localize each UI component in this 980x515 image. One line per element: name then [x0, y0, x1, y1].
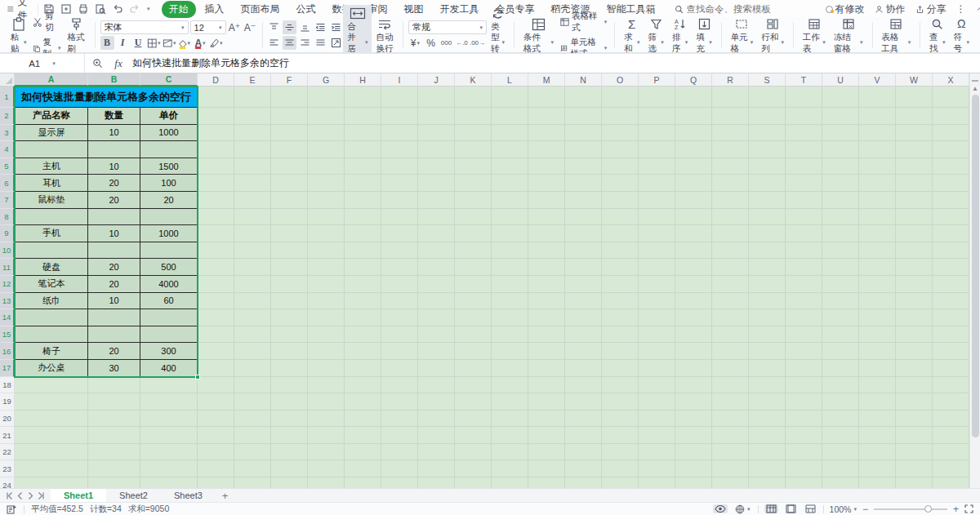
cell-D8[interactable] [198, 209, 234, 226]
print-preview-icon[interactable] [95, 3, 106, 15]
cell-E17[interactable] [234, 360, 271, 377]
cell-U14[interactable] [822, 309, 859, 326]
cell-Q4[interactable] [675, 141, 712, 158]
cell-U15[interactable] [822, 326, 859, 344]
cell-D22[interactable] [198, 444, 234, 461]
cell-T7[interactable] [786, 192, 822, 209]
cell-S22[interactable] [749, 444, 786, 461]
cell-X8[interactable] [933, 209, 969, 226]
cell-I18[interactable] [381, 377, 418, 394]
cell-R20[interactable] [712, 411, 749, 428]
cell-L2[interactable] [492, 108, 528, 125]
cell-D24[interactable] [198, 477, 234, 488]
cell-J6[interactable] [418, 175, 455, 192]
cell-I7[interactable] [381, 192, 418, 209]
cell-Q3[interactable] [675, 125, 712, 142]
cell-I5[interactable] [381, 158, 418, 175]
cell-U12[interactable] [822, 276, 859, 293]
sum-button[interactable]: Σ 求和▾ [620, 16, 644, 54]
rows-cols-button[interactable]: 行和列▾ [757, 16, 788, 54]
cell-P18[interactable] [639, 377, 675, 394]
cell-H15[interactable] [345, 326, 381, 344]
cell-F8[interactable] [271, 209, 308, 226]
cell-T24[interactable] [786, 477, 822, 488]
redo-icon[interactable] [129, 3, 140, 15]
cell-V12[interactable] [859, 276, 896, 293]
cell-X14[interactable] [933, 309, 969, 326]
cell-J13[interactable] [418, 293, 455, 310]
cell-U9[interactable] [822, 225, 859, 242]
cell-L20[interactable] [492, 411, 528, 428]
cell-H16[interactable] [345, 343, 381, 360]
cell-D10[interactable] [198, 242, 234, 260]
cell-U8[interactable] [822, 209, 859, 226]
cell-J20[interactable] [418, 411, 455, 428]
cell-V11[interactable] [859, 259, 896, 276]
cell-O2[interactable] [602, 108, 639, 125]
cell-A21[interactable] [15, 427, 88, 444]
cell-K9[interactable] [455, 225, 492, 242]
cell-T14[interactable] [786, 309, 822, 326]
cell-V19[interactable] [859, 393, 896, 411]
cell-P1[interactable] [639, 87, 675, 108]
cell-P20[interactable] [639, 411, 675, 428]
row-header-18[interactable]: 18 [0, 377, 15, 394]
share-button[interactable]: 分享 [915, 2, 947, 16]
cell-U4[interactable] [822, 141, 859, 158]
cell-O15[interactable] [602, 326, 639, 344]
translate-button[interactable]: ▾ [733, 504, 752, 514]
cell-H24[interactable] [345, 477, 381, 488]
cell-K15[interactable] [455, 326, 492, 344]
cell-B15[interactable] [88, 326, 140, 344]
cell-T11[interactable] [786, 259, 822, 276]
cell-C15[interactable] [140, 326, 198, 344]
cell-L5[interactable] [492, 158, 528, 175]
cell-F16[interactable] [271, 343, 308, 360]
cell-R10[interactable] [712, 242, 749, 260]
cell-H14[interactable] [345, 309, 381, 326]
cell-O12[interactable] [602, 276, 639, 293]
print-icon[interactable] [78, 3, 89, 15]
cell-I16[interactable] [381, 343, 418, 360]
cell-M14[interactable] [528, 309, 565, 326]
cell-O5[interactable] [602, 158, 639, 175]
cell-H4[interactable] [345, 141, 381, 158]
cell-G1[interactable] [308, 87, 345, 108]
cell-N5[interactable] [565, 158, 602, 175]
cell-A15[interactable] [15, 326, 88, 344]
cell-C23[interactable] [140, 460, 198, 477]
cell-L10[interactable] [492, 242, 528, 260]
cell-C11[interactable]: 500 [140, 259, 198, 276]
cell-U24[interactable] [822, 477, 859, 488]
cell-P13[interactable] [639, 293, 675, 310]
cell-F18[interactable] [271, 377, 308, 394]
cell-F9[interactable] [271, 225, 308, 242]
increase-decimal-icon[interactable]: ←.0 [455, 36, 469, 50]
cell-F10[interactable] [271, 242, 308, 260]
cell-M12[interactable] [528, 276, 565, 293]
cell-E16[interactable] [234, 343, 271, 360]
cell-W6[interactable] [896, 175, 933, 192]
cell-V6[interactable] [859, 175, 896, 192]
cell-D5[interactable] [198, 158, 234, 175]
cell-X20[interactable] [933, 411, 969, 428]
cell-N13[interactable] [565, 293, 602, 310]
cell-Q24[interactable] [675, 477, 712, 488]
column-header-S[interactable]: S [749, 73, 786, 87]
cell-C24[interactable] [140, 477, 198, 488]
cell-H10[interactable] [345, 242, 381, 260]
cell-R2[interactable] [712, 108, 749, 125]
cell-K19[interactable] [455, 393, 492, 411]
cell-E6[interactable] [234, 175, 271, 192]
cell-V4[interactable] [859, 141, 896, 158]
cell-D17[interactable] [198, 360, 234, 377]
cell-R11[interactable] [712, 259, 749, 276]
cell-F20[interactable] [271, 411, 308, 428]
cell-F22[interactable] [271, 444, 308, 461]
cell-K6[interactable] [455, 175, 492, 192]
row-header-20[interactable]: 20 [0, 411, 15, 428]
normal-view-button[interactable] [764, 504, 778, 513]
cell-N21[interactable] [565, 427, 602, 444]
cell-E21[interactable] [234, 427, 271, 444]
cell-B5[interactable]: 10 [88, 158, 140, 175]
